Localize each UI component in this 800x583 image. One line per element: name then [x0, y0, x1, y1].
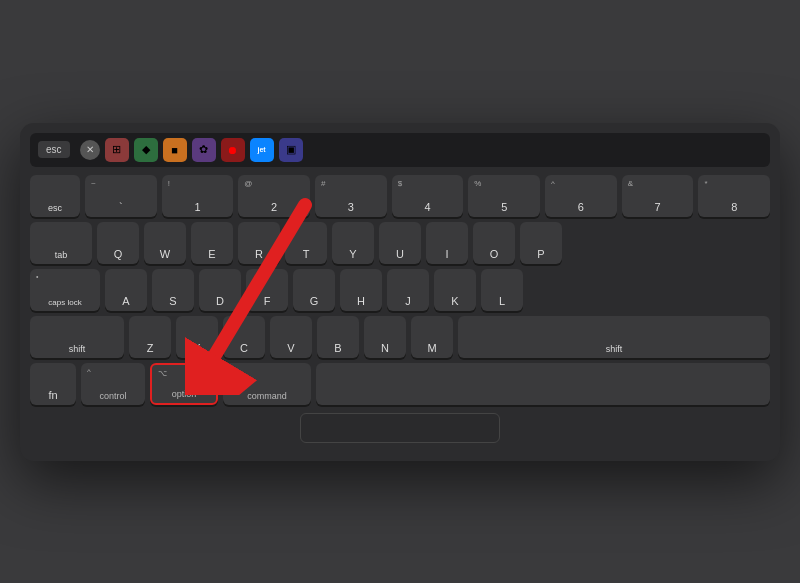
key-a[interactable]: A	[105, 269, 147, 311]
touch-bar: esc ✕ ⊞ ◆ ■ ✿ ⏺ jet	[30, 133, 770, 167]
key-2[interactable]: @ 2	[238, 175, 310, 217]
tb-close-icon[interactable]: ✕	[80, 140, 100, 160]
tb-app4-icon[interactable]: ✿	[192, 138, 216, 162]
key-space[interactable]	[316, 363, 770, 405]
key-3[interactable]: # 3	[315, 175, 387, 217]
key-l[interactable]: L	[481, 269, 523, 311]
trackpad-area	[30, 413, 770, 443]
asdf-row: • caps lock A S D F G H J K L	[30, 269, 770, 311]
key-e[interactable]: E	[191, 222, 233, 264]
number-row: esc ~ ` ! 1 @ 2 # 3 $ 4 %	[30, 175, 770, 217]
key-v[interactable]: V	[270, 316, 312, 358]
trackpad[interactable]	[300, 413, 500, 443]
key-command[interactable]: ⌘ command	[223, 363, 311, 405]
key-t[interactable]: T	[285, 222, 327, 264]
key-tilde[interactable]: ~ `	[85, 175, 157, 217]
tb-app7-icon[interactable]: ▣	[279, 138, 303, 162]
key-j[interactable]: J	[387, 269, 429, 311]
key-o[interactable]: O	[473, 222, 515, 264]
bottom-row: fn ^ control ⌥ option ⌘ command	[30, 363, 770, 405]
key-4[interactable]: $ 4	[392, 175, 464, 217]
key-n[interactable]: N	[364, 316, 406, 358]
key-c[interactable]: C	[223, 316, 265, 358]
tb-app1-icon[interactable]: ⊞	[105, 138, 129, 162]
key-k[interactable]: K	[434, 269, 476, 311]
key-h[interactable]: H	[340, 269, 382, 311]
tb-app3-icon[interactable]: ■	[163, 138, 187, 162]
key-p[interactable]: P	[520, 222, 562, 264]
key-esc[interactable]: esc	[30, 175, 80, 217]
tb-app-icons: ✕ ⊞ ◆ ■ ✿ ⏺ jet ▣	[80, 138, 762, 162]
key-control[interactable]: ^ control	[81, 363, 145, 405]
key-m[interactable]: M	[411, 316, 453, 358]
key-caps-lock[interactable]: • caps lock	[30, 269, 100, 311]
key-1[interactable]: ! 1	[162, 175, 234, 217]
key-7[interactable]: & 7	[622, 175, 694, 217]
tb-app2-icon[interactable]: ◆	[134, 138, 158, 162]
key-s[interactable]: S	[152, 269, 194, 311]
key-fn[interactable]: fn	[30, 363, 76, 405]
tb-esc-key[interactable]: esc	[38, 141, 70, 158]
key-f[interactable]: F	[246, 269, 288, 311]
key-x[interactable]: X	[176, 316, 218, 358]
key-option[interactable]: ⌥ option	[150, 363, 218, 405]
key-q[interactable]: Q	[97, 222, 139, 264]
zxcv-row: shift Z X C V B N M shift	[30, 316, 770, 358]
key-u[interactable]: U	[379, 222, 421, 264]
key-d[interactable]: D	[199, 269, 241, 311]
key-i[interactable]: I	[426, 222, 468, 264]
key-6[interactable]: ^ 6	[545, 175, 617, 217]
key-z[interactable]: Z	[129, 316, 171, 358]
tb-app5-icon[interactable]: ⏺	[221, 138, 245, 162]
qwerty-row: tab Q W E R T Y U I O P	[30, 222, 770, 264]
key-shift-right[interactable]: shift	[458, 316, 770, 358]
key-8[interactable]: * 8	[698, 175, 770, 217]
keyboard: esc ✕ ⊞ ◆ ■ ✿ ⏺ jet	[20, 123, 780, 461]
key-y[interactable]: Y	[332, 222, 374, 264]
key-5[interactable]: % 5	[468, 175, 540, 217]
keys-area: esc ~ ` ! 1 @ 2 # 3 $ 4 %	[30, 175, 770, 405]
tb-jetbrains-icon[interactable]: jet	[250, 138, 274, 162]
key-shift-left[interactable]: shift	[30, 316, 124, 358]
key-tab[interactable]: tab	[30, 222, 92, 264]
key-w[interactable]: W	[144, 222, 186, 264]
key-g[interactable]: G	[293, 269, 335, 311]
key-b[interactable]: B	[317, 316, 359, 358]
key-r[interactable]: R	[238, 222, 280, 264]
